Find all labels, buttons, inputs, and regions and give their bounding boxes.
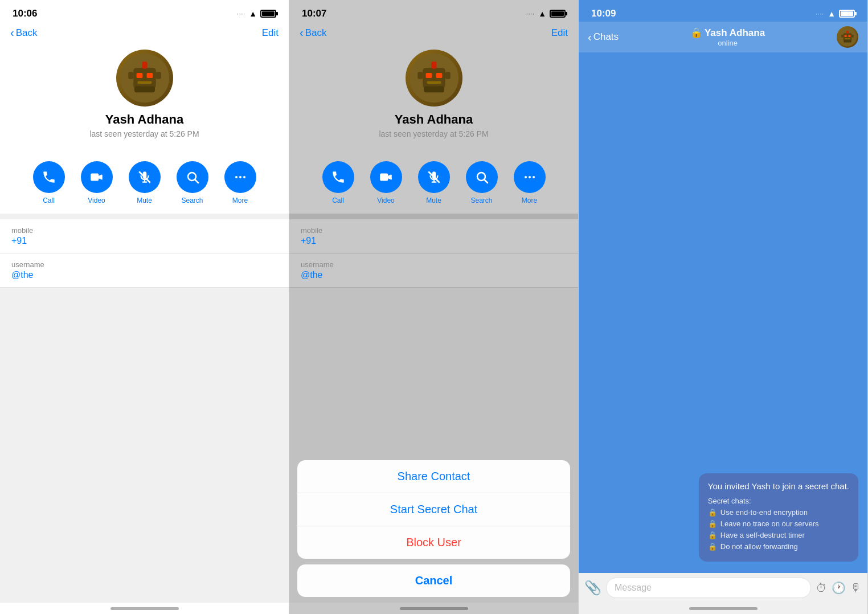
mute-action-1[interactable]: Mute — [129, 161, 161, 204]
call-icon-circle-1[interactable] — [33, 161, 65, 193]
svg-rect-38 — [844, 40, 851, 42]
timer-icon[interactable]: ⏱ — [816, 582, 827, 595]
battery-fill-2 — [551, 11, 564, 16]
lock-icon-4: 🔒 — [708, 542, 717, 551]
more-label-1: More — [232, 197, 248, 204]
svg-line-26 — [484, 180, 488, 183]
signal-2: ···· — [526, 11, 535, 17]
nav-bar-1: ‹ Back Edit — [0, 22, 289, 44]
search-action-1[interactable]: Search — [177, 161, 208, 204]
secret-feature-4: 🔒 Do not allow forwarding — [708, 542, 849, 551]
profile-section-1: Yash Adhana last seen yesterday at 5:26 … — [0, 44, 289, 159]
wifi-1: ▲ — [249, 9, 257, 18]
svg-rect-17 — [425, 73, 432, 78]
back-button-2[interactable]: ‹ Back — [300, 26, 326, 39]
svg-rect-37 — [851, 35, 853, 38]
wifi-2: ▲ — [538, 9, 546, 18]
more-action-2[interactable]: More — [514, 161, 546, 204]
action-sheet-cancel-2: Cancel — [297, 564, 570, 597]
more-icon-circle-2[interactable] — [514, 161, 546, 193]
action-sheet-2: Share Contact Start Secret Chat Block Us… — [289, 460, 578, 614]
mute-icon-circle-1[interactable] — [129, 161, 161, 193]
svg-point-14 — [243, 176, 245, 178]
call-label-1: Call — [43, 197, 55, 204]
message-input[interactable]: Message — [606, 578, 811, 598]
search-icon-circle-1[interactable] — [177, 161, 208, 193]
home-bar-3 — [689, 607, 758, 610]
call-action-1[interactable]: Call — [33, 161, 65, 204]
svg-rect-32 — [845, 35, 847, 37]
avatar-2 — [406, 50, 462, 107]
svg-rect-22 — [445, 72, 450, 79]
action-row-2: Call Video Mute Search — [289, 159, 578, 214]
video-icon-circle-1[interactable] — [81, 161, 113, 193]
mute-icon-circle-2[interactable] — [418, 161, 450, 193]
action-sheet-menu-2: Share Contact Start Secret Chat Block Us… — [297, 460, 570, 559]
start-secret-chat-button[interactable]: Start Secret Chat — [297, 493, 570, 526]
svg-point-29 — [533, 176, 535, 178]
chats-back-button[interactable]: ‹ Chats — [588, 31, 619, 44]
signal-1: ···· — [237, 11, 245, 17]
svg-rect-21 — [417, 72, 423, 79]
svg-rect-23 — [424, 86, 444, 92]
chevron-left-3: ‹ — [588, 31, 592, 44]
secret-invite-title: You invited Yash to join a secret chat. — [708, 481, 849, 491]
secret-feature-1: 🔒 Use end-to-end encryption — [708, 508, 849, 517]
svg-rect-3 — [146, 73, 153, 78]
edit-button-1[interactable]: Edit — [262, 27, 279, 39]
video-label-2: Video — [377, 197, 394, 204]
share-contact-button[interactable]: Share Contact — [297, 460, 570, 493]
chevron-left-1: ‹ — [10, 26, 14, 39]
info-mobile-2: mobile +91 — [289, 219, 578, 253]
profile-name-2: Yash Adhana — [395, 112, 473, 127]
wifi-3: ▲ — [828, 9, 836, 18]
svg-point-28 — [529, 176, 531, 178]
edit-button-2[interactable]: Edit — [551, 27, 568, 39]
more-icon-circle-1[interactable] — [224, 161, 256, 193]
secret-chat-bubble: You invited Yash to join a secret chat. … — [699, 473, 858, 562]
search-icon-circle-2[interactable] — [466, 161, 498, 193]
call-icon-circle-2[interactable] — [322, 161, 354, 193]
info-username-2: username @the — [289, 253, 578, 288]
lock-icon-2: 🔒 — [708, 519, 717, 528]
svg-rect-6 — [128, 72, 133, 79]
username-value-2: @the — [301, 270, 567, 280]
divider-2 — [289, 214, 578, 219]
profile-name-1: Yash Adhana — [105, 112, 183, 127]
video-action-1[interactable]: Video — [81, 161, 113, 204]
back-button-1[interactable]: ‹ Back — [10, 26, 37, 39]
online-status: online — [718, 39, 738, 47]
mobile-label-2: mobile — [301, 226, 567, 235]
video-label-1: Video — [88, 197, 105, 204]
svg-rect-2 — [136, 73, 142, 78]
lock-icon-1: 🔒 — [708, 508, 717, 517]
more-label-2: More — [522, 197, 537, 204]
attach-button[interactable]: 📎 — [584, 580, 601, 596]
time-1: 10:06 — [13, 8, 37, 19]
phone3: 10:09 ···· ▲ ‹ Chats 🔒 Yash Adhana onlin… — [579, 0, 868, 614]
block-user-button[interactable]: Block User — [297, 526, 570, 559]
phone2: 10:07 ···· ▲ ‹ Back Edit — [289, 0, 579, 614]
video-icon-circle-2[interactable] — [370, 161, 402, 193]
svg-point-13 — [239, 176, 241, 178]
video-action-2[interactable]: Video — [370, 161, 402, 204]
svg-rect-18 — [436, 73, 442, 78]
more-action-1[interactable]: More — [224, 161, 256, 204]
mic-icon[interactable]: 🎙 — [850, 582, 862, 595]
secret-feature-3: 🔒 Have a self-destruct timer — [708, 531, 849, 539]
chat-avatar-3[interactable] — [837, 26, 858, 48]
home-indicator-1 — [0, 603, 289, 614]
info-section-1: mobile +91 username @the — [0, 219, 289, 288]
status-icons-2: ···· ▲ — [526, 9, 566, 18]
mute-action-2[interactable]: Mute — [418, 161, 450, 204]
svg-rect-5 — [142, 62, 147, 69]
battery-2 — [550, 10, 566, 18]
svg-rect-4 — [137, 81, 152, 84]
home-indicator-3 — [579, 603, 867, 614]
svg-rect-19 — [427, 81, 441, 84]
call-action-2[interactable]: Call — [322, 161, 354, 204]
search-action-2[interactable]: Search — [466, 161, 498, 204]
svg-line-11 — [195, 180, 198, 183]
cancel-button-2[interactable]: Cancel — [297, 564, 570, 597]
history-icon[interactable]: 🕐 — [832, 581, 846, 595]
